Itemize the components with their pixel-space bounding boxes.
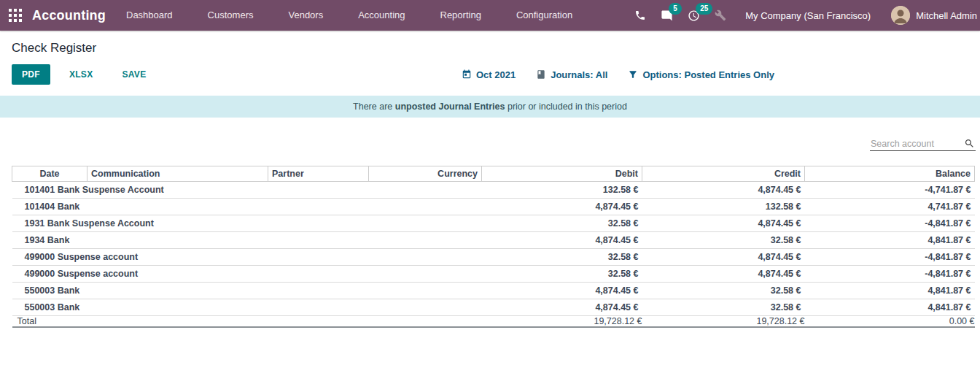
nav-menu: Dashboard Customers Vendors Accounting R… xyxy=(109,0,590,31)
top-navbar: Accounting Dashboard Customers Vendors A… xyxy=(0,0,980,31)
total-row: Total 19,728.12 € 19,728.12 € 0.00 € xyxy=(12,316,975,328)
table-row[interactable]: 101404 Bank 4,874.45 € 132.58 € 4,741.87… xyxy=(12,199,975,215)
credit-cell: 32.58 € xyxy=(642,299,805,316)
col-header-partner: Partner xyxy=(268,166,369,182)
save-button[interactable]: SAVE xyxy=(112,64,156,85)
avatar xyxy=(891,6,910,25)
date-filter-label: Oct 2021 xyxy=(476,69,516,80)
user-menu[interactable]: Mitchell Admin xyxy=(891,6,977,25)
date-filter[interactable]: Oct 2021 xyxy=(462,69,516,80)
debit-cell: 4,874.45 € xyxy=(482,283,642,299)
banner-bold: unposted Journal Entries xyxy=(395,101,505,112)
xlsx-button[interactable]: XLSX xyxy=(59,64,104,85)
funnel-icon xyxy=(628,69,638,80)
table-row[interactable]: 550003 Bank 4,874.45 € 32.58 € 4,841.87 … xyxy=(12,299,975,316)
balance-cell: -4,841.87 € xyxy=(805,215,975,232)
account-name[interactable]: 1931 Bank Suspense Account xyxy=(12,215,482,232)
search-icon[interactable] xyxy=(964,138,975,149)
debit-cell: 4,874.45 € xyxy=(482,299,642,316)
search-row xyxy=(0,137,976,151)
messages-badge: 5 xyxy=(669,3,682,15)
debit-cell: 32.58 € xyxy=(482,266,642,283)
account-name[interactable]: 101401 Bank Suspense Account xyxy=(12,182,482,199)
user-name: Mitchell Admin xyxy=(916,10,977,21)
debit-cell: 4,874.45 € xyxy=(482,199,642,215)
total-debit: 19,728.12 € xyxy=(482,316,642,328)
tools-icon[interactable] xyxy=(715,9,726,21)
search-input[interactable] xyxy=(871,139,961,149)
table-body: 101401 Bank Suspense Account 132.58 € 4,… xyxy=(12,182,975,316)
activities-badge: 25 xyxy=(696,3,712,15)
credit-cell: 132.58 € xyxy=(642,199,805,215)
page-title: Check Register xyxy=(12,41,980,55)
calendar-icon xyxy=(462,69,472,80)
nav-item-configuration[interactable]: Configuration xyxy=(499,0,590,31)
pdf-button[interactable]: PDF xyxy=(12,64,50,85)
col-header-currency: Currency xyxy=(369,166,482,182)
nav-item-accounting[interactable]: Accounting xyxy=(341,0,422,31)
nav-item-reporting[interactable]: Reporting xyxy=(423,0,499,31)
debit-cell: 32.58 € xyxy=(482,215,642,232)
credit-cell: 32.58 € xyxy=(642,283,805,299)
credit-cell: 32.58 € xyxy=(642,232,805,249)
account-name[interactable]: 1934 Bank xyxy=(12,232,482,249)
col-header-balance: Balance xyxy=(805,166,975,182)
debit-cell: 4,874.45 € xyxy=(482,232,642,249)
journals-filter-label: Journals: All xyxy=(551,69,607,80)
app-brand[interactable]: Accounting xyxy=(32,8,106,23)
report-table-wrap: Date Communication Partner Currency Debi… xyxy=(12,166,974,328)
account-name[interactable]: 499000 Suspense account xyxy=(12,266,482,283)
col-header-date: Date xyxy=(12,166,88,182)
activities-icon[interactable]: 25 xyxy=(688,9,700,22)
table-row[interactable]: 1934 Bank 4,874.45 € 32.58 € 4,841.87 € xyxy=(12,232,975,249)
options-filter-label: Options: Posted Entries Only xyxy=(642,69,774,80)
report-toolbar: PDF XLSX SAVE Oct 2021 Journals: All Opt… xyxy=(0,64,980,85)
account-name[interactable]: 101404 Bank xyxy=(12,199,482,215)
table-row[interactable]: 101401 Bank Suspense Account 132.58 € 4,… xyxy=(12,182,975,199)
search-box xyxy=(870,137,976,151)
balance-cell: -4,841.87 € xyxy=(805,266,975,283)
credit-cell: 4,874.45 € xyxy=(642,215,805,232)
navbar-systray: 5 25 My Company (San Francisco) Mitchell… xyxy=(634,6,980,25)
col-header-communication: Communication xyxy=(88,166,268,182)
table-row[interactable]: 499000 Suspense account 32.58 € 4,874.45… xyxy=(12,266,975,283)
banner-suffix: prior or included in this period xyxy=(505,101,626,112)
table-row[interactable]: 1931 Bank Suspense Account 32.58 € 4,874… xyxy=(12,215,975,232)
debit-cell: 132.58 € xyxy=(482,182,642,199)
nav-item-vendors[interactable]: Vendors xyxy=(271,0,341,31)
debit-cell: 32.58 € xyxy=(482,249,642,266)
balance-cell: 4,841.87 € xyxy=(805,232,975,249)
balance-cell: 4,841.87 € xyxy=(805,299,975,316)
messages-icon[interactable]: 5 xyxy=(661,9,673,22)
options-filter[interactable]: Options: Posted Entries Only xyxy=(628,69,774,80)
nav-item-customers[interactable]: Customers xyxy=(190,0,271,31)
check-register-table: Date Communication Partner Currency Debi… xyxy=(12,166,975,328)
journal-book-icon xyxy=(536,69,546,80)
company-switcher[interactable]: My Company (San Francisco) xyxy=(745,10,871,21)
total-credit: 19,728.12 € xyxy=(642,316,805,328)
total-balance: 0.00 € xyxy=(805,316,975,328)
balance-cell: 4,841.87 € xyxy=(805,283,975,299)
table-header-row: Date Communication Partner Currency Debi… xyxy=(12,166,975,182)
col-header-credit: Credit xyxy=(642,166,805,182)
credit-cell: 4,874.45 € xyxy=(642,249,805,266)
total-label: Total xyxy=(12,316,482,328)
account-name[interactable]: 550003 Bank xyxy=(12,299,482,316)
balance-cell: -4,741.87 € xyxy=(805,182,975,199)
journals-filter[interactable]: Journals: All xyxy=(536,69,607,80)
main-content: Check Register PDF XLSX SAVE Oct 2021 Jo… xyxy=(0,41,980,328)
col-header-debit: Debit xyxy=(482,166,642,182)
account-name[interactable]: 499000 Suspense account xyxy=(12,249,482,266)
credit-cell: 4,874.45 € xyxy=(642,182,805,199)
balance-cell: -4,841.87 € xyxy=(805,249,975,266)
balance-cell: 4,741.87 € xyxy=(805,199,975,215)
account-name[interactable]: 550003 Bank xyxy=(12,283,482,299)
table-row[interactable]: 550003 Bank 4,874.45 € 32.58 € 4,841.87 … xyxy=(12,283,975,299)
phone-icon[interactable] xyxy=(634,9,646,21)
credit-cell: 4,874.45 € xyxy=(642,266,805,283)
apps-grid-icon[interactable] xyxy=(9,9,22,22)
report-filters: Oct 2021 Journals: All Options: Posted E… xyxy=(462,69,774,80)
table-row[interactable]: 499000 Suspense account 32.58 € 4,874.45… xyxy=(12,249,975,266)
unposted-entries-banner: There are unposted Journal Entries prior… xyxy=(0,96,980,118)
nav-item-dashboard[interactable]: Dashboard xyxy=(109,0,190,31)
